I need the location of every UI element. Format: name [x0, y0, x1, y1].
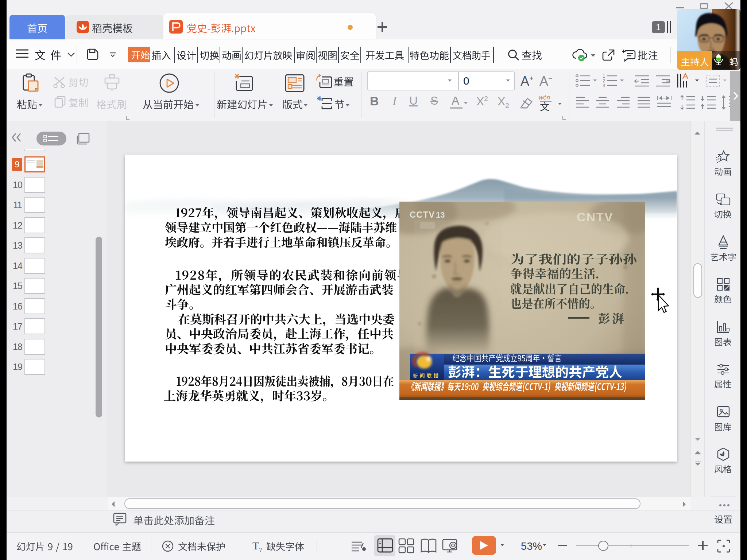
svg-text:CCTV: CCTV: [410, 210, 435, 219]
svg-text:13: 13: [436, 210, 445, 219]
svg-text:3: 3: [603, 83, 605, 88]
svg-text:CNTV: CNTV: [577, 210, 614, 224]
